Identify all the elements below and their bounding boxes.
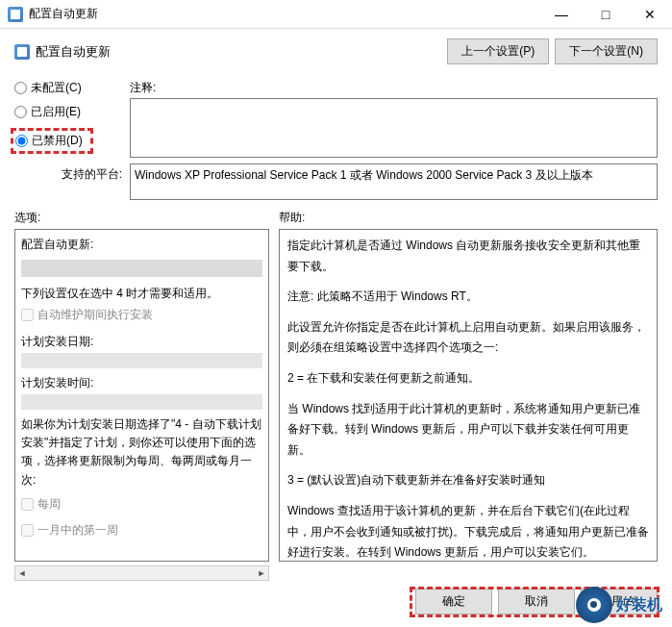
options-title: 配置自动更新: [21, 236, 262, 254]
branding-logo-icon [576, 587, 612, 623]
branding-overlay: 好装机 [576, 587, 662, 623]
next-setting-button[interactable]: 下一个设置(N) [555, 38, 658, 64]
schedule-day-label: 计划安装日期: [21, 333, 262, 351]
radio-disabled-label: 已禁用(D) [32, 133, 83, 149]
highlight-disabled: 已禁用(D) [11, 128, 93, 154]
help-p4: 2 = 在下载和安装任何更新之前通知。 [287, 368, 649, 389]
policy-icon [14, 44, 30, 60]
radio-enabled-label: 已启用(E) [31, 104, 81, 120]
radio-enabled[interactable]: 已启用(E) [14, 104, 130, 120]
platform-textarea[interactable]: Windows XP Professional Service Pack 1 或… [130, 163, 658, 200]
chk-auto-maintain-label: 自动维护期间执行安装 [37, 306, 153, 324]
schedule-time-label: 计划安装时间: [21, 374, 262, 392]
scroll-right-icon[interactable]: ► [255, 568, 268, 578]
chk-first-week-label: 一月中的第一周 [37, 521, 118, 539]
scroll-left-icon[interactable]: ◄ [15, 568, 29, 578]
comment-textarea[interactable] [130, 98, 658, 158]
schedule-day-field [21, 353, 262, 368]
options-hscrollbar[interactable]: ◄ ► [14, 565, 269, 581]
schedule-time-field [21, 394, 262, 410]
help-p5: 当 Windows 找到适用于此计算机的更新时，系统将通知用户更新已准备好下载。… [287, 399, 649, 462]
radio-enabled-input[interactable] [14, 106, 27, 118]
help-p3: 此设置允许你指定是否在此计算机上启用自动更新。如果启用该服务，则必须在组策略设置… [287, 317, 649, 359]
radio-not-configured[interactable]: 未配置(C) [14, 80, 130, 96]
help-p2: 注意: 此策略不适用于 Windows RT。 [287, 287, 649, 308]
options-section-label: 选项: [14, 210, 279, 226]
radio-not-configured-input[interactable] [14, 82, 27, 94]
help-section-label: 帮助: [279, 210, 305, 226]
close-button[interactable]: ✕ [628, 0, 672, 28]
ok-button[interactable]: 确定 [415, 589, 492, 614]
policy-subtitle: 配置自动更新 [36, 43, 447, 61]
chk-first-week: 一月中的第一周 [21, 521, 262, 539]
prev-setting-button[interactable]: 上一个设置(P) [447, 38, 549, 64]
chk-weekly-input [21, 498, 34, 511]
cancel-button[interactable]: 取消 [498, 589, 575, 614]
help-p1: 指定此计算机是否通过 Windows 自动更新服务接收安全更新和其他重要下载。 [287, 236, 649, 277]
radio-disabled-input[interactable] [15, 135, 28, 147]
window-title: 配置自动更新 [29, 6, 539, 22]
options-panel[interactable]: 配置自动更新: 下列设置仅在选中 4 时才需要和适用。 自动维护期间执行安装 计… [14, 229, 269, 562]
chk-auto-maintain: 自动维护期间执行安装 [21, 306, 262, 324]
help-p6: 3 = (默认设置)自动下载更新并在准备好安装时通知 [287, 470, 649, 491]
radio-not-configured-label: 未配置(C) [31, 80, 82, 96]
options-note: 下列设置仅在选中 4 时才需要和适用。 [21, 285, 262, 303]
help-p7: Windows 查找适用于该计算机的更新，并在后台下载它们(在此过程中，用户不会… [287, 501, 649, 562]
minimize-button[interactable]: — [539, 0, 584, 28]
app-icon [8, 7, 23, 22]
platform-label: 支持的平台: [14, 163, 130, 183]
chk-weekly-label: 每周 [37, 495, 61, 514]
options-dropdown-disabled [21, 260, 262, 277]
maximize-button[interactable]: □ [584, 0, 628, 28]
radio-disabled[interactable]: 已禁用(D) [15, 133, 83, 149]
chk-weekly: 每周 [21, 495, 262, 514]
branding-text: 好装机 [616, 595, 662, 615]
chk-first-week-input [21, 524, 34, 537]
chk-auto-maintain-input [21, 309, 34, 321]
options-para: 如果你为计划安装日期选择了"4 - 自动下载计划安装"并指定了计划，则你还可以使… [21, 415, 262, 489]
help-panel[interactable]: 指定此计算机是否通过 Windows 自动更新服务接收安全更新和其他重要下载。 … [279, 229, 658, 562]
comment-label: 注释: [130, 80, 658, 96]
